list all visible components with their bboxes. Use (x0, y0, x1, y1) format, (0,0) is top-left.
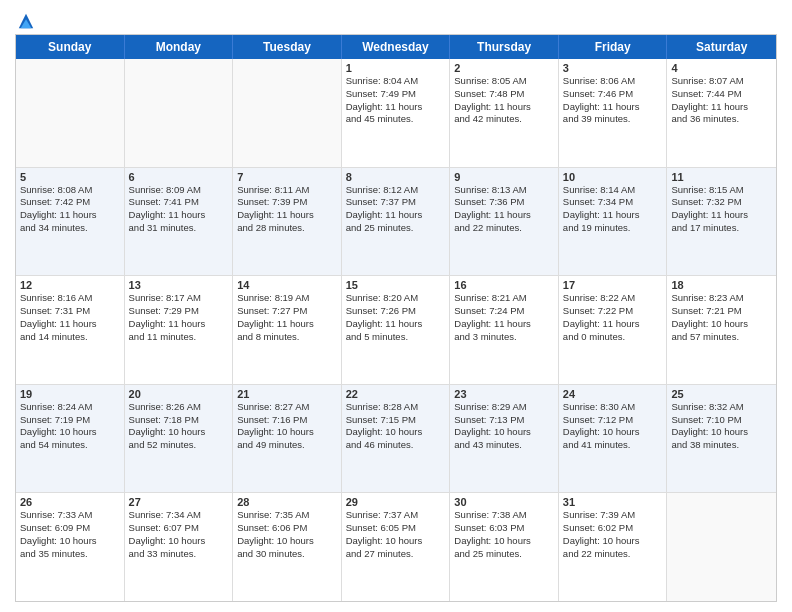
cell-line: Daylight: 10 hours (346, 426, 446, 439)
calendar-cell: 31Sunrise: 7:39 AMSunset: 6:02 PMDayligh… (559, 493, 668, 601)
page-header (15, 10, 777, 28)
day-number: 5 (20, 171, 120, 183)
logo-icon (17, 12, 35, 30)
cell-line: Sunset: 7:32 PM (671, 196, 772, 209)
cell-line: Sunrise: 8:14 AM (563, 184, 663, 197)
cell-line: Daylight: 10 hours (129, 535, 229, 548)
day-number: 6 (129, 171, 229, 183)
cell-line: Daylight: 11 hours (454, 209, 554, 222)
day-number: 10 (563, 171, 663, 183)
calendar-cell (667, 493, 776, 601)
cell-line: Daylight: 10 hours (346, 535, 446, 548)
day-number: 24 (563, 388, 663, 400)
cell-line: and 54 minutes. (20, 439, 120, 452)
cell-line: Sunset: 7:22 PM (563, 305, 663, 318)
cell-line: and 25 minutes. (346, 222, 446, 235)
weekday-header: Wednesday (342, 35, 451, 59)
cell-line: Sunrise: 8:27 AM (237, 401, 337, 414)
cell-line: Sunset: 7:10 PM (671, 414, 772, 427)
cell-line: Sunrise: 8:09 AM (129, 184, 229, 197)
cell-line: Sunset: 7:31 PM (20, 305, 120, 318)
day-number: 17 (563, 279, 663, 291)
calendar: SundayMondayTuesdayWednesdayThursdayFrid… (15, 34, 777, 602)
cell-line: and 33 minutes. (129, 548, 229, 561)
cell-line: Sunrise: 7:35 AM (237, 509, 337, 522)
cell-line: Daylight: 11 hours (563, 101, 663, 114)
cell-line: Daylight: 10 hours (563, 535, 663, 548)
day-number: 4 (671, 62, 772, 74)
cell-line: Daylight: 11 hours (346, 209, 446, 222)
weekday-header: Saturday (667, 35, 776, 59)
cell-line: Daylight: 11 hours (237, 209, 337, 222)
calendar-cell: 15Sunrise: 8:20 AMSunset: 7:26 PMDayligh… (342, 276, 451, 384)
cell-line: and 43 minutes. (454, 439, 554, 452)
cell-line: and 30 minutes. (237, 548, 337, 561)
cell-line: Sunset: 7:29 PM (129, 305, 229, 318)
cell-line: and 14 minutes. (20, 331, 120, 344)
day-number: 31 (563, 496, 663, 508)
cell-line: Sunset: 7:42 PM (20, 196, 120, 209)
cell-line: Sunrise: 8:22 AM (563, 292, 663, 305)
cell-line: Daylight: 11 hours (129, 209, 229, 222)
cell-line: and 25 minutes. (454, 548, 554, 561)
cell-line: Sunrise: 8:19 AM (237, 292, 337, 305)
calendar-cell: 5Sunrise: 8:08 AMSunset: 7:42 PMDaylight… (16, 168, 125, 276)
cell-line: Daylight: 11 hours (671, 101, 772, 114)
day-number: 22 (346, 388, 446, 400)
cell-line: Daylight: 10 hours (563, 426, 663, 439)
cell-line: and 22 minutes. (563, 548, 663, 561)
cell-line: Daylight: 11 hours (129, 318, 229, 331)
day-number: 14 (237, 279, 337, 291)
calendar-cell: 30Sunrise: 7:38 AMSunset: 6:03 PMDayligh… (450, 493, 559, 601)
cell-line: Sunrise: 8:32 AM (671, 401, 772, 414)
cell-line: Sunset: 7:26 PM (346, 305, 446, 318)
cell-line: Daylight: 10 hours (20, 426, 120, 439)
calendar-cell: 28Sunrise: 7:35 AMSunset: 6:06 PMDayligh… (233, 493, 342, 601)
day-number: 12 (20, 279, 120, 291)
cell-line: Daylight: 11 hours (20, 209, 120, 222)
cell-line: and 0 minutes. (563, 331, 663, 344)
day-number: 3 (563, 62, 663, 74)
cell-line: Daylight: 11 hours (563, 209, 663, 222)
cell-line: Sunrise: 8:26 AM (129, 401, 229, 414)
calendar-row: 26Sunrise: 7:33 AMSunset: 6:09 PMDayligh… (16, 493, 776, 601)
calendar-cell (16, 59, 125, 167)
cell-line: Sunset: 7:18 PM (129, 414, 229, 427)
calendar-body: 1Sunrise: 8:04 AMSunset: 7:49 PMDaylight… (16, 59, 776, 601)
cell-line: and 39 minutes. (563, 113, 663, 126)
cell-line: Sunset: 7:15 PM (346, 414, 446, 427)
cell-line: Sunset: 7:46 PM (563, 88, 663, 101)
day-number: 19 (20, 388, 120, 400)
cell-line: and 27 minutes. (346, 548, 446, 561)
cell-line: and 38 minutes. (671, 439, 772, 452)
cell-line: Sunset: 7:49 PM (346, 88, 446, 101)
calendar-cell: 24Sunrise: 8:30 AMSunset: 7:12 PMDayligh… (559, 385, 668, 493)
day-number: 11 (671, 171, 772, 183)
cell-line: Daylight: 11 hours (346, 101, 446, 114)
calendar-header: SundayMondayTuesdayWednesdayThursdayFrid… (16, 35, 776, 59)
cell-line: Daylight: 10 hours (671, 318, 772, 331)
cell-line: Sunset: 7:13 PM (454, 414, 554, 427)
cell-line: Sunrise: 8:16 AM (20, 292, 120, 305)
day-number: 27 (129, 496, 229, 508)
weekday-header: Friday (559, 35, 668, 59)
cell-line: Daylight: 11 hours (563, 318, 663, 331)
calendar-page: SundayMondayTuesdayWednesdayThursdayFrid… (0, 0, 792, 612)
cell-line: Sunset: 7:44 PM (671, 88, 772, 101)
cell-line: and 5 minutes. (346, 331, 446, 344)
day-number: 30 (454, 496, 554, 508)
cell-line: Daylight: 10 hours (237, 426, 337, 439)
weekday-header: Monday (125, 35, 234, 59)
calendar-cell: 3Sunrise: 8:06 AMSunset: 7:46 PMDaylight… (559, 59, 668, 167)
cell-line: and 3 minutes. (454, 331, 554, 344)
cell-line: Daylight: 11 hours (346, 318, 446, 331)
day-number: 2 (454, 62, 554, 74)
day-number: 1 (346, 62, 446, 74)
cell-line: Sunset: 6:03 PM (454, 522, 554, 535)
calendar-cell: 21Sunrise: 8:27 AMSunset: 7:16 PMDayligh… (233, 385, 342, 493)
day-number: 23 (454, 388, 554, 400)
calendar-cell (125, 59, 234, 167)
cell-line: Daylight: 11 hours (454, 318, 554, 331)
cell-line: Sunrise: 8:28 AM (346, 401, 446, 414)
calendar-cell: 7Sunrise: 8:11 AMSunset: 7:39 PMDaylight… (233, 168, 342, 276)
